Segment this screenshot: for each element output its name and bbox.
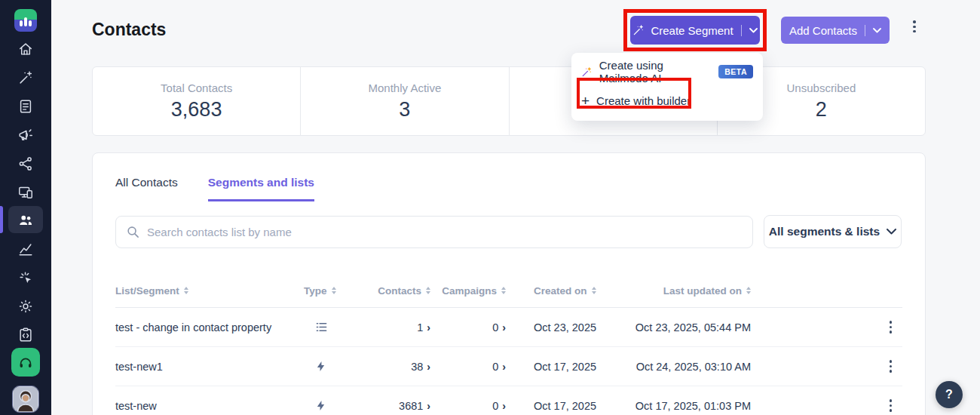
ai-wand-icon	[581, 66, 593, 78]
chevron-right-icon	[427, 361, 430, 373]
contacts-icon[interactable]	[8, 206, 43, 233]
analytics-icon[interactable]	[11, 236, 40, 262]
sort-icon	[184, 287, 188, 295]
segments-table: List/Segment Type Contacts Campaigns Cre…	[115, 274, 902, 415]
menu-item-label: Create using Mailmodo AI	[599, 59, 712, 85]
sort-icon	[746, 287, 751, 295]
devices-icon[interactable]	[11, 180, 40, 205]
filter-label: All segments & lists	[769, 225, 880, 238]
plus-icon: +	[581, 94, 590, 108]
campaigns-count-link[interactable]: 0	[439, 361, 515, 373]
sort-icon	[592, 287, 596, 295]
table-row: test-new1 38 0 Oct 17, 2025 Oct 24, 2025…	[115, 347, 902, 386]
table-header-row: List/Segment Type Contacts Campaigns Cre…	[115, 274, 902, 308]
created-on-cell: Oct 17, 2025	[515, 361, 613, 373]
add-contacts-label: Add Contacts	[789, 24, 857, 37]
segment-name[interactable]: test-new1	[115, 361, 304, 373]
last-updated-cell: Oct 23, 2025, 05:44 PM	[613, 321, 760, 334]
page-title: Contacts	[92, 20, 166, 40]
created-on-cell: Oct 17, 2025	[515, 400, 613, 412]
tab-segments-and-lists[interactable]: Segments and lists	[208, 176, 314, 201]
column-header-last-updated[interactable]: Last updated on	[613, 285, 760, 297]
column-header-campaigns[interactable]: Campaigns	[439, 285, 515, 297]
stat-monthly-active: Monthly Active 3	[301, 67, 509, 135]
button-divider	[865, 25, 865, 36]
mailmodo-logo-icon[interactable]	[11, 8, 40, 33]
last-updated-cell: Oct 17, 2025, 01:03 PM	[613, 400, 760, 412]
search-bar	[115, 216, 753, 248]
tabs: All Contacts Segments and lists	[115, 176, 314, 201]
share-network-icon[interactable]	[11, 151, 40, 177]
segments-panel: All Contacts Segments and lists All segm…	[92, 152, 926, 415]
menu-item-create-using-mailmodo-ai[interactable]: Create using Mailmodo AI BETA	[571, 57, 763, 86]
cursor-click-icon[interactable]	[11, 265, 40, 290]
contacts-count-link[interactable]: 3681	[360, 400, 439, 412]
menu-item-label: Create with builder	[596, 94, 691, 107]
support-headphones-icon[interactable]	[11, 348, 40, 377]
active-item-accent-bar	[0, 206, 3, 233]
magic-wand-icon	[632, 24, 645, 36]
lightning-bolt-type-icon	[304, 400, 360, 411]
sort-icon	[426, 287, 430, 295]
table-row: test - change in contact property 1 0 Oc…	[115, 308, 902, 347]
column-header-created-on[interactable]: Created on	[515, 285, 613, 297]
add-contacts-button[interactable]: Add Contacts	[781, 17, 890, 44]
megaphone-icon[interactable]	[11, 122, 40, 148]
sort-icon	[332, 287, 336, 295]
create-segment-label: Create Segment	[651, 24, 733, 37]
column-header-contacts[interactable]: Contacts	[360, 285, 439, 297]
contacts-count-link[interactable]: 1	[360, 321, 439, 334]
magic-wand-icon[interactable]	[11, 65, 40, 91]
contacts-stats-card: Total Contacts 3,683 Monthly Active 3 Un…	[92, 66, 926, 136]
create-segment-button[interactable]: Create Segment	[630, 16, 760, 45]
column-header-type[interactable]: Type	[304, 285, 360, 297]
row-menu-kebab-icon[interactable]	[890, 398, 893, 413]
row-menu-kebab-icon[interactable]	[890, 359, 893, 374]
segment-name[interactable]: test - change in contact property	[115, 321, 304, 334]
chevron-right-icon	[502, 321, 506, 334]
beta-badge: BETA	[718, 65, 753, 78]
header-more-options-kebab-icon[interactable]	[913, 20, 916, 34]
chevron-right-icon	[502, 400, 506, 412]
create-segment-dropdown-menu: Create using Mailmodo AI BETA + Create w…	[571, 53, 763, 121]
notes-icon[interactable]	[11, 94, 40, 119]
chevron-down-icon	[749, 28, 758, 33]
menu-item-create-with-builder[interactable]: + Create with builder	[571, 86, 763, 115]
table-row: test-new 3681 0 Oct 17, 2025 Oct 17, 202…	[115, 386, 902, 415]
search-icon	[127, 226, 139, 238]
settings-gear-icon[interactable]	[11, 294, 40, 319]
column-header-list-segment[interactable]: List/Segment	[115, 285, 304, 297]
campaigns-count-link[interactable]: 0	[439, 321, 515, 334]
chevron-down-icon	[887, 229, 896, 235]
segment-name[interactable]: test-new	[115, 400, 304, 412]
sort-icon	[501, 287, 506, 295]
chevron-right-icon	[427, 400, 430, 412]
row-menu-kebab-icon[interactable]	[890, 320, 893, 334]
campaigns-count-link[interactable]: 0	[439, 400, 515, 412]
help-button[interactable]: ?	[936, 381, 963, 408]
chevron-down-icon	[873, 28, 881, 33]
sidebar	[0, 0, 51, 415]
user-avatar[interactable]	[12, 386, 39, 413]
list-type-icon	[304, 321, 360, 333]
chevron-right-icon	[427, 321, 430, 334]
tab-all-contacts[interactable]: All Contacts	[115, 176, 178, 201]
chevron-right-icon	[502, 361, 506, 373]
last-updated-cell: Oct 24, 2025, 03:10 AM	[613, 361, 760, 373]
contacts-count-link[interactable]: 38	[360, 361, 439, 373]
stat-total-contacts: Total Contacts 3,683	[93, 67, 301, 135]
home-icon[interactable]	[11, 36, 40, 62]
button-divider	[741, 25, 742, 36]
lightning-bolt-type-icon	[304, 361, 360, 372]
search-input[interactable]	[147, 226, 742, 238]
created-on-cell: Oct 23, 2025	[515, 321, 613, 334]
segments-filter-dropdown[interactable]: All segments & lists	[764, 215, 902, 248]
code-clipboard-icon[interactable]	[11, 322, 40, 348]
